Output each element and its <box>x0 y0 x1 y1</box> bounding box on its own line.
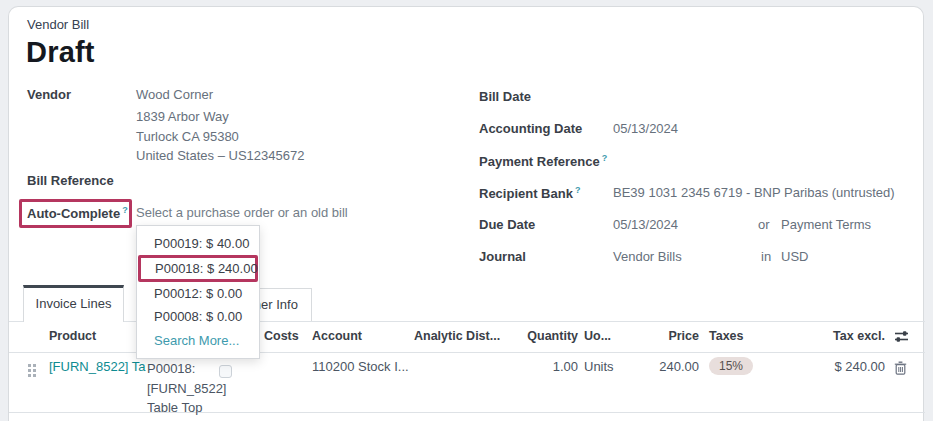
table-row: [FURN_8522] Tabl P00018: [FURN_8522] Tab… <box>9 353 925 413</box>
help-icon[interactable]: ? <box>602 153 608 163</box>
accounting-date-label: Accounting Date <box>479 121 582 136</box>
dropdown-item[interactable]: P00012: $ 0.00 <box>137 282 259 305</box>
taxes-cell[interactable]: 15% <box>709 357 753 375</box>
vendor-label: Vendor <box>27 87 71 102</box>
account-cell[interactable]: 110200 Stock I... <box>312 359 409 374</box>
label-cell[interactable]: P00018: [FURN_8522] Table Top <box>147 359 229 418</box>
auto-complete-input[interactable]: Select a purchase order or an old bill <box>136 205 348 220</box>
dropdown-item-highlighted[interactable]: P00018: $ 240.00 <box>138 255 258 282</box>
tax-badge: 15% <box>709 357 753 375</box>
col-product[interactable]: Product <box>49 329 96 343</box>
journal-value[interactable]: Vendor Bills <box>613 249 682 264</box>
doc-type-label: Vendor Bill <box>27 17 89 32</box>
col-account[interactable]: Account <box>312 329 362 343</box>
help-icon[interactable]: ? <box>575 185 581 195</box>
col-uom[interactable]: Uo... <box>584 329 611 343</box>
status-heading: Draft <box>26 36 95 69</box>
col-quantity[interactable]: Quantity <box>479 329 578 343</box>
payment-terms-field[interactable]: Payment Terms <box>781 217 871 232</box>
drag-handle-icon[interactable] <box>28 364 36 377</box>
due-date-label: Due Date <box>479 217 535 232</box>
col-tax-excl[interactable]: Tax excl. <box>785 329 885 343</box>
quantity-cell[interactable]: 1.00 <box>479 359 578 374</box>
costs-checkbox[interactable] <box>219 365 232 378</box>
auto-complete-label: Auto-Complete? <box>27 205 128 221</box>
recipient-bank-value[interactable]: BE39 1031 2345 6719 - BNP Paribas (untru… <box>613 185 895 200</box>
search-more-link[interactable]: Search More... <box>137 328 259 352</box>
sliders-icon[interactable] <box>894 330 909 346</box>
uom-cell[interactable]: Units <box>584 359 614 374</box>
payment-reference-label: Payment Reference? <box>479 153 607 169</box>
col-costs[interactable]: Costs <box>264 329 299 343</box>
journal-in-text: in <box>761 249 771 264</box>
accounting-date-value[interactable]: 05/13/2024 <box>613 121 678 136</box>
product-cell[interactable]: [FURN_8522] Tabl <box>49 359 146 374</box>
vendor-address: 1839 Arbor Way Turlock CA 95380 United S… <box>136 107 376 166</box>
col-taxes[interactable]: Taxes <box>709 329 744 343</box>
vendor-name[interactable]: Wood Corner <box>136 87 213 102</box>
due-date-value[interactable]: 05/13/2024 <box>613 217 678 232</box>
tax-excl-cell: $ 240.00 <box>785 359 885 374</box>
bill-date-label: Bill Date <box>479 89 531 104</box>
col-price[interactable]: Price <box>629 329 699 343</box>
journal-label: Journal <box>479 249 526 264</box>
price-cell[interactable]: 240.00 <box>629 359 699 374</box>
bill-reference-label: Bill Reference <box>27 173 114 188</box>
trash-icon[interactable] <box>894 361 907 378</box>
tab-invoice-lines[interactable]: Invoice Lines <box>23 285 124 322</box>
form-sheet: Vendor Bill Draft Vendor Wood Corner 183… <box>8 6 924 421</box>
currency-field[interactable]: USD <box>781 249 808 264</box>
dropdown-item[interactable]: P00008: $ 0.00 <box>137 305 259 328</box>
due-date-or-text: or <box>758 217 770 232</box>
recipient-bank-label: Recipient Bank? <box>479 185 580 201</box>
dropdown-item[interactable]: P00019: $ 40.00 <box>137 232 259 255</box>
help-icon[interactable]: ? <box>122 205 128 215</box>
autocomplete-dropdown: P00019: $ 40.00 P00018: $ 240.00 P00012:… <box>136 225 260 359</box>
